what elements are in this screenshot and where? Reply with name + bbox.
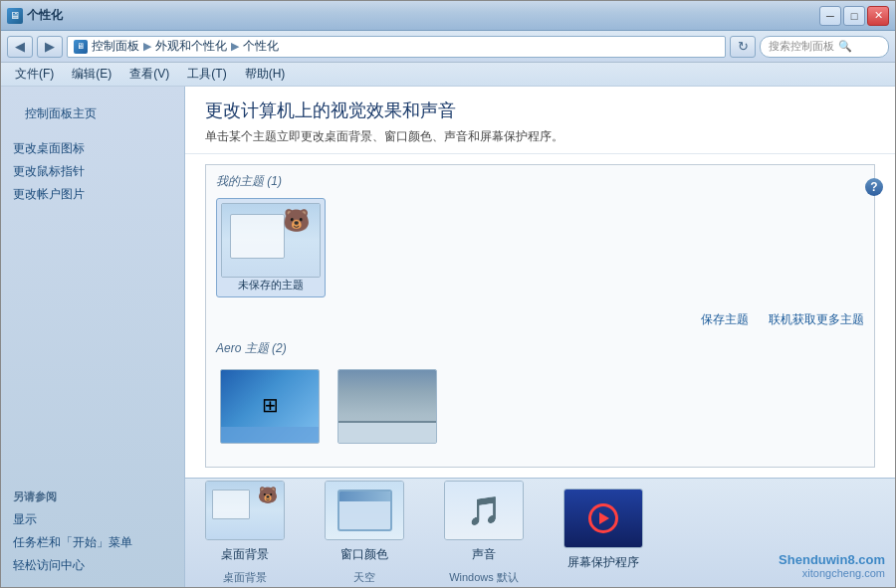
sidebar-link-display[interactable]: 显示 — [1, 508, 184, 531]
menubar: 文件(F) 编辑(E) 查看(V) 工具(T) 帮助(H) — [1, 63, 895, 87]
watermark-url: xitongcheng.com — [779, 567, 885, 579]
theme-unsaved[interactable]: 🐻 未保存的主题 — [216, 198, 326, 297]
watermark: Shenduwin8.com xitongcheng.com — [779, 552, 885, 579]
desktop-bg-sublabel: 桌面背景 — [223, 570, 267, 585]
content-title: 更改计算机上的视觉效果和声音 — [205, 98, 875, 122]
forward-button[interactable]: ▶ — [37, 36, 63, 58]
content-header: 更改计算机上的视觉效果和声音 单击某个主题立即更改桌面背景、窗口颜色、声音和屏幕… — [185, 87, 895, 154]
theme-nature-thumbnail — [337, 369, 437, 444]
window-icon: 🖥 — [7, 8, 23, 24]
my-themes-label: 我的主题 (1) — [206, 165, 874, 194]
bottom-item-screensaver[interactable]: 屏幕保护程序 — [563, 489, 643, 578]
sidebar-link-taskbar[interactable]: 任务栏和「开始」菜单 — [1, 531, 184, 554]
aero-themes-grid: ⊞ — [206, 361, 874, 458]
content-desc: 单击某个主题立即更改桌面背景、窗口颜色、声音和屏幕保护程序。 — [205, 128, 875, 145]
refresh-button[interactable]: ↻ — [730, 36, 756, 58]
theme-nature[interactable] — [334, 365, 441, 448]
sound-sublabel: Windows 默认 — [449, 570, 519, 585]
search-box[interactable]: 搜索控制面板 🔍 — [760, 36, 889, 58]
close-button[interactable]: ✕ — [867, 6, 889, 26]
path-sep-2: ▶ — [231, 40, 239, 53]
maximize-button[interactable]: □ — [843, 6, 865, 26]
sound-notes-icon: 🎵 — [467, 494, 502, 527]
window-color-sublabel: 天空 — [353, 570, 375, 585]
theme-aero-windows7[interactable]: ⊞ — [216, 365, 324, 448]
addressbar: ◀ ▶ 🖥 控制面板 ▶ 外观和个性化 ▶ 个性化 ↻ 搜索控制面板 🔍 — [1, 31, 895, 63]
path-sep-1: ▶ — [143, 40, 151, 53]
unsaved-theme-label: 未保存的主题 — [238, 278, 304, 293]
search-placeholder: 搜索控制面板 — [769, 39, 834, 54]
sidebar-link-desktop-icons[interactable]: 更改桌面图标 — [1, 137, 184, 160]
content-wrapper: ? 更改计算机上的视觉效果和声音 单击某个主题立即更改桌面背景、窗口颜色、声音和… — [185, 87, 895, 587]
screensaver-thumbnail — [563, 489, 643, 548]
menu-edit[interactable]: 编辑(E) — [64, 64, 119, 85]
save-links: 保存主题 联机获取更多主题 — [206, 307, 874, 332]
minimize-button[interactable]: ─ — [819, 6, 841, 26]
address-path[interactable]: 🖥 控制面板 ▶ 外观和个性化 ▶ 个性化 — [67, 36, 726, 58]
menu-view[interactable]: 查看(V) — [121, 64, 177, 85]
menu-tools[interactable]: 工具(T) — [179, 64, 234, 85]
save-theme-link[interactable]: 保存主题 — [701, 311, 749, 328]
bottom-item-sound[interactable]: 🎵 声音 Windows 默认 — [444, 481, 524, 585]
path-icon: 🖥 — [74, 40, 88, 54]
sidebar-link-home[interactable]: 控制面板主页 — [13, 102, 172, 125]
help-icon[interactable]: ? — [865, 178, 883, 196]
desktop-bg-thumbnail: 🐻 — [205, 481, 285, 540]
menu-help[interactable]: 帮助(H) — [237, 64, 294, 85]
aero-themes-label: Aero 主题 (2) — [206, 332, 874, 361]
theme-unsaved-thumbnail: 🐻 — [221, 203, 321, 278]
titlebar-buttons: ─ □ ✕ — [819, 6, 889, 26]
back-button[interactable]: ◀ — [7, 36, 33, 58]
theme-aero-thumbnail: ⊞ — [220, 369, 320, 444]
sidebar-link-account-picture[interactable]: 更改帐户图片 — [1, 183, 184, 206]
main-area: 控制面板主页 更改桌面图标 更改鼠标指针 更改帐户图片 另请参阅 显示 任务栏和… — [1, 87, 895, 587]
path-part-3: 个性化 — [243, 38, 279, 55]
screensaver-label: 屏幕保护程序 — [567, 554, 639, 571]
sidebar-link-accessibility[interactable]: 轻松访问中心 — [1, 554, 184, 577]
sidebar-link-mouse-pointer[interactable]: 更改鼠标指针 — [1, 160, 184, 183]
menu-file[interactable]: 文件(F) — [7, 64, 62, 85]
window-title: 个性化 — [27, 7, 819, 24]
bottom-item-desktop-bg[interactable]: 🐻 桌面背景 桌面背景 — [205, 481, 285, 585]
bottom-item-window-color[interactable]: 窗口颜色 天空 — [325, 481, 404, 585]
themes-scroll-area[interactable]: 我的主题 (1) 🐻 未保存的主题 — [205, 164, 875, 468]
path-part-2: 外观和个性化 — [155, 38, 227, 55]
desktop-bg-label: 桌面背景 — [221, 546, 269, 563]
sidebar-main-section: 控制面板主页 — [1, 97, 184, 129]
also-see-title: 另请参阅 — [1, 482, 184, 508]
watermark-site: Shenduwin8.com — [779, 552, 885, 567]
search-icon: 🔍 — [838, 40, 852, 53]
path-part-1: 控制面板 — [92, 38, 139, 55]
window-color-label: 窗口颜色 — [340, 546, 388, 563]
titlebar: 🖥 个性化 ─ □ ✕ — [1, 1, 895, 31]
main-window: 🖥 个性化 ─ □ ✕ ◀ ▶ 🖥 控制面板 ▶ 外观和个性化 ▶ 个性化 ↻ … — [0, 0, 896, 588]
my-themes-grid: 🐻 未保存的主题 — [206, 194, 874, 307]
sound-thumbnail: 🎵 — [444, 481, 524, 540]
content-panel: 更改计算机上的视觉效果和声音 单击某个主题立即更改桌面背景、窗口颜色、声音和屏幕… — [185, 87, 895, 587]
themes-container: 我的主题 (1) 🐻 未保存的主题 — [185, 154, 895, 478]
online-themes-link[interactable]: 联机获取更多主题 — [769, 311, 864, 328]
sidebar: 控制面板主页 更改桌面图标 更改鼠标指针 更改帐户图片 另请参阅 显示 任务栏和… — [1, 87, 185, 587]
sound-label: 声音 — [472, 546, 496, 563]
bottom-toolbar: 🐻 桌面背景 桌面背景 — [185, 478, 895, 587]
window-color-thumbnail — [325, 481, 404, 540]
